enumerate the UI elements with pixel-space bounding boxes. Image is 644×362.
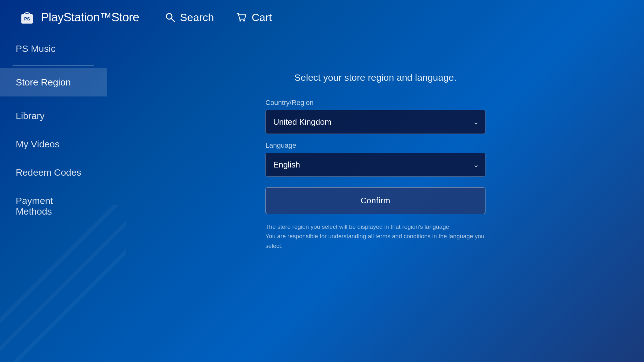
store-region-panel: Select your store region and language. C… [265, 72, 486, 251]
cart-icon [236, 12, 247, 23]
svg-point-5 [243, 20, 245, 22]
cart-nav-item[interactable]: Cart [236, 11, 272, 24]
content-area: Select your store region and language. C… [107, 35, 644, 362]
sidebar-item-library[interactable]: Library [0, 102, 107, 130]
cart-label: Cart [252, 11, 272, 24]
disclaimer-line-1: The store region you select will be disp… [265, 223, 451, 230]
sidebar-item-store-region[interactable]: Store Region [0, 68, 107, 96]
sidebar-divider-2 [13, 99, 94, 99]
sidebar-item-label: Library [16, 111, 45, 121]
sidebar-item-label: Payment Methods [16, 195, 53, 217]
confirm-button[interactable]: Confirm [265, 187, 486, 214]
sidebar-divider-1 [13, 65, 94, 66]
svg-text:PS: PS [24, 16, 30, 21]
sidebar-item-payment-methods[interactable]: Payment Methods [0, 187, 107, 226]
country-select[interactable]: United Kingdom United States France Germ… [265, 110, 486, 134]
language-select[interactable]: English Français Deutsch 日本語 Español [265, 153, 486, 177]
search-label: Search [180, 11, 214, 24]
country-label: Country/Region [265, 99, 486, 107]
sidebar-item-label: Store Region [16, 77, 71, 87]
store-title: PlayStation™Store [41, 11, 139, 24]
panel-title: Select your store region and language. [265, 72, 486, 83]
playstation-bag-icon: PS [19, 9, 35, 25]
svg-line-3 [171, 19, 175, 22]
header-nav: Search Cart [164, 11, 272, 24]
svg-point-4 [240, 20, 241, 22]
header: PS PlayStation™Store Search Cart [0, 0, 644, 35]
sidebar-item-ps-music[interactable]: PS Music [0, 35, 107, 63]
sidebar: PS Music Store Region Library My Videos … [0, 35, 107, 362]
logo-area[interactable]: PS PlayStation™Store [19, 9, 139, 25]
sidebar-item-label: Redeem Codes [16, 167, 81, 178]
sidebar-item-label: My Videos [16, 139, 60, 149]
language-select-wrapper: English Français Deutsch 日本語 Español ⌄ [265, 153, 486, 177]
sidebar-item-my-videos[interactable]: My Videos [0, 130, 107, 158]
country-form-group: Country/Region United Kingdom United Sta… [265, 99, 486, 134]
main-layout: PS Music Store Region Library My Videos … [0, 35, 644, 362]
country-select-wrapper: United Kingdom United States France Germ… [265, 110, 486, 134]
language-form-group: Language English Français Deutsch 日本語 Es… [265, 141, 486, 177]
search-icon [164, 12, 176, 23]
disclaimer-line-2: You are responsible for understanding al… [265, 233, 484, 249]
sidebar-item-label: PS Music [16, 43, 56, 54]
language-label: Language [265, 141, 486, 150]
disclaimer-text: The store region you select will be disp… [265, 222, 486, 251]
search-nav-item[interactable]: Search [164, 11, 214, 24]
sidebar-item-redeem-codes[interactable]: Redeem Codes [0, 158, 107, 187]
